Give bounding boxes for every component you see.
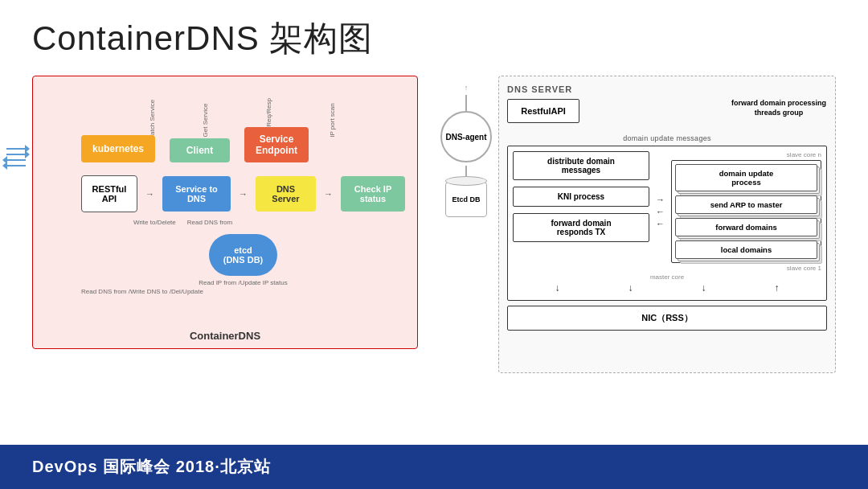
kni-process-box: KNI process <box>513 187 649 207</box>
dns-agent-circle: DNS-agent <box>440 111 492 162</box>
main-content: ContainerDNS 架构图 <box>0 0 868 445</box>
read-dns-label: Read DNS from <box>187 219 232 226</box>
slave-core-1-label: slave core 1 <box>671 265 821 272</box>
left-dns-boxes: distribute domain messages KNI process f… <box>513 151 649 272</box>
right-wrapper: ↑ DNS-agent Etcd DB DNS SERVER <box>434 76 836 373</box>
restful-api-node: RESTful API <box>81 175 137 212</box>
middle-row: RESTful API → Service to DNS → DNS Serve… <box>81 175 405 212</box>
check-ip-node: Check IP status <box>341 176 405 212</box>
read-write-dns-label: Read DNS from /Write DNS to /Del/Update <box>81 288 203 295</box>
page-title: ContainerDNS 架构图 <box>32 16 836 61</box>
fd-outer-wrapper: domain update process send ARP to master <box>671 160 821 263</box>
footer: DevOps 国际峰会 2018·北京站 <box>0 445 868 489</box>
client-node: Client <box>170 138 230 162</box>
fd-group-header: forward domain processing threads group <box>731 99 827 117</box>
master-core-label: master core <box>513 273 821 281</box>
containerdns-box: Watch Service Get Service DNS Req/Resp I… <box>32 76 418 349</box>
local-domains-box: local domains <box>675 240 817 259</box>
left-diagram: Watch Service Get Service DNS Req/Resp I… <box>32 76 418 397</box>
right-diagram: ↑ DNS-agent Etcd DB DNS SERVER <box>434 76 836 373</box>
dns-server-outer: DNS SERVER RestfulAPI forward domain pro… <box>498 76 836 373</box>
etcd-area: etcd (DNS DB) <box>81 234 405 276</box>
dns-server-label: DNS SERVER <box>507 84 827 94</box>
distribute-domain-box: distribute domain messages <box>513 151 649 180</box>
arrows-between: → ← ← <box>654 151 666 272</box>
service-to-dns-node: Service to DNS <box>162 176 231 212</box>
dns-server-node: DNS Server <box>256 176 316 212</box>
containerdns-label: ContainerDNS <box>190 330 260 342</box>
etcd-db-node: Etcd DB <box>445 182 487 217</box>
get-service-label: Get Service <box>203 104 210 138</box>
etcd-node: etcd (DNS DB) <box>209 234 278 276</box>
domain-update-box: domain update process <box>675 164 817 191</box>
service-endpoint-node: Service Endpoint <box>244 127 309 162</box>
slave-core-n-label: slave core n <box>671 151 821 158</box>
bottom-arrows: ↓ ↓ ↓ ↑ <box>513 281 821 295</box>
domain-update-msg: domain update messages <box>507 134 827 142</box>
forward-domains-box: forward domains <box>675 218 817 236</box>
footer-text: DevOps 国际峰会 2018·北京站 <box>32 458 271 475</box>
agent-etcd-column: ↑ DNS-agent Etcd DB <box>434 84 498 217</box>
forward-responds-box: forward domain responds TX <box>513 213 649 242</box>
restful-api-box: RestfulAPI <box>507 99 579 123</box>
read-ip-label: Read IP from /Update IP status <box>199 279 287 286</box>
kubernetes-node: kubernetes <box>81 135 155 162</box>
nic-box: NIC（RSS） <box>507 306 827 331</box>
dns-top-row: RestfulAPI forward domain processing thr… <box>507 99 827 129</box>
send-arp-box: send ARP to master <box>675 195 817 214</box>
write-delete-label: Write to/Delete <box>133 219 176 226</box>
diagrams-row: Watch Service Get Service DNS Req/Resp I… <box>32 76 836 437</box>
top-nodes: kubernetes Client Service Endpoint <box>81 127 405 162</box>
ip-port-scan-label: IP port scan <box>329 103 336 138</box>
right-fd-area: slave core n domain update process <box>671 151 821 272</box>
